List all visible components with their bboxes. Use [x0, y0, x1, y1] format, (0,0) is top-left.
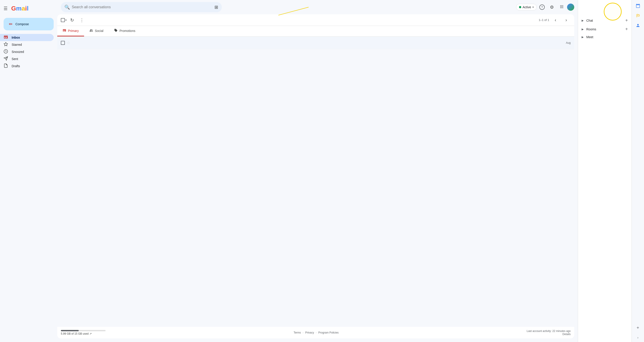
chat-label: Chat	[586, 19, 593, 22]
draft-icon	[4, 63, 8, 69]
tab-promotions-label: Promotions	[120, 29, 135, 33]
separator-1: ·	[303, 331, 304, 334]
details-link[interactable]: Details	[562, 333, 571, 336]
chat-panel-item-chat[interactable]: ▶ Chat +	[578, 16, 632, 25]
star-button[interactable]: ☆	[67, 40, 70, 45]
chat-add-icon[interactable]: +	[625, 18, 628, 23]
promotions-tab-icon	[114, 28, 118, 33]
starred-label: Starred	[12, 43, 22, 46]
rooms-add-icon[interactable]: +	[625, 26, 628, 32]
rooms-label: Rooms	[586, 27, 596, 31]
storage-info: 5.99 GB of 15 GB used ↗	[61, 330, 106, 335]
calendar-button[interactable]	[634, 2, 642, 11]
star-icon	[4, 42, 8, 47]
tab-primary[interactable]: Primary	[57, 26, 84, 36]
activity-text: Last account activity: 22 minutes ago	[526, 330, 571, 333]
snoozed-label: Snoozed	[12, 50, 24, 54]
hamburger-icon: ☰	[4, 6, 8, 11]
sidebar-item-inbox[interactable]: Inbox	[0, 34, 54, 41]
select-chevron-icon[interactable]: ▾	[65, 18, 67, 22]
tab-primary-label: Primary	[68, 29, 79, 33]
privacy-link[interactable]: Privacy	[305, 331, 314, 334]
help-icon: ?	[539, 4, 545, 10]
meet-label: Meet	[586, 35, 593, 39]
tab-social-label: Social	[95, 29, 103, 33]
inbox-tabs: Primary Social Pro	[57, 26, 574, 37]
empty-area	[57, 49, 574, 327]
sidebar: ☰ Gmail ✏ Compose Inbox	[0, 0, 57, 342]
search-icon: 🔍	[64, 4, 70, 10]
terms-link[interactable]: Terms	[294, 331, 301, 334]
active-label: Active	[522, 5, 531, 9]
prev-page-button[interactable]: ‹	[551, 16, 560, 24]
main-content: 🔍 ⊞ Active ▾ ? ⚙	[57, 0, 578, 342]
main-nav: Inbox Starred Snoozed	[0, 34, 57, 70]
chat-panel-item-rooms[interactable]: ▶ Rooms +	[578, 25, 632, 33]
tab-promotions[interactable]: Promotions	[109, 26, 141, 36]
help-button[interactable]: ?	[538, 3, 546, 12]
tasks-button[interactable]	[634, 12, 642, 20]
select-all-area[interactable]: ▾	[61, 18, 67, 22]
add-icon: +	[636, 325, 639, 330]
topbar: 🔍 ⊞ Active ▾ ? ⚙	[57, 0, 578, 14]
avatar[interactable]	[567, 3, 574, 11]
sidebar-item-starred[interactable]: Starred	[0, 41, 54, 48]
settings-button[interactable]: ⚙	[548, 3, 556, 12]
storage-fill	[61, 330, 79, 331]
svg-marker-0	[4, 42, 8, 46]
active-dot	[519, 6, 521, 8]
chat-panel-item-meet[interactable]: ▶ Meet	[578, 33, 632, 41]
expand-panel-button[interactable]: ›	[634, 333, 642, 342]
filter-icon[interactable]: ⊞	[214, 4, 218, 10]
menu-button[interactable]: ☰	[2, 4, 10, 13]
email-checkbox[interactable]	[61, 41, 65, 45]
expand-icon: ›	[637, 336, 638, 339]
search-bar[interactable]: 🔍 ⊞	[61, 2, 222, 12]
chat-expand-icon: ▶	[582, 19, 584, 22]
gmail-logo: Gmail	[11, 5, 28, 12]
footer-links: Terms · Privacy · Program Policies	[294, 331, 338, 334]
refresh-icon: ↻	[70, 17, 74, 23]
sidebar-item-sent[interactable]: Sent	[0, 55, 54, 62]
more-icon: ⋮	[80, 17, 84, 23]
sent-label: Sent	[12, 57, 18, 61]
storage-bar	[61, 330, 106, 331]
compose-button[interactable]: ✏ Compose	[4, 18, 54, 30]
toolbar-left: ▾ ↻ ⋮	[61, 16, 86, 24]
inbox-label: Inbox	[12, 36, 20, 39]
drafts-label: Drafts	[12, 64, 20, 68]
next-page-button[interactable]: ›	[562, 16, 571, 24]
email-toolbar: ▾ ↻ ⋮ 1–1 of 1 ‹ ›	[57, 14, 574, 26]
contacts-button[interactable]	[634, 21, 642, 30]
program-policies-link[interactable]: Program Policies	[318, 331, 339, 334]
active-status-badge[interactable]: Active ▾	[516, 4, 537, 10]
storage-used-label: 5.99 GB of 15 GB used	[61, 332, 88, 335]
table-row[interactable]: ☆ Aug	[57, 37, 574, 49]
footer: 5.99 GB of 15 GB used ↗ Terms · Privacy …	[57, 327, 574, 339]
pagination-text: 1–1 of 1	[539, 18, 549, 22]
add-panel-button[interactable]: +	[634, 323, 642, 332]
footer-activity: Last account activity: 22 minutes ago De…	[526, 330, 571, 336]
email-area: ▾ ↻ ⋮ 1–1 of 1 ‹ ›	[57, 14, 574, 339]
right-panel: + ›	[632, 0, 644, 342]
sidebar-item-snoozed[interactable]: Snoozed	[0, 48, 54, 55]
separator-2: ·	[316, 331, 316, 334]
contacts-icon	[636, 23, 640, 29]
gear-icon: ⚙	[550, 4, 554, 10]
select-all-checkbox[interactable]	[61, 18, 65, 22]
compose-icon: ✏	[9, 21, 13, 27]
storage-text: 5.99 GB of 15 GB used ↗	[61, 332, 106, 335]
social-tab-icon	[90, 28, 93, 33]
tab-social[interactable]: Social	[84, 26, 109, 36]
compose-label: Compose	[16, 22, 29, 26]
topbar-actions: Active ▾ ? ⚙	[516, 3, 574, 12]
search-input[interactable]	[72, 5, 213, 9]
refresh-button[interactable]: ↻	[68, 16, 76, 24]
more-options-button[interactable]: ⋮	[77, 16, 86, 24]
primary-tab-icon	[62, 28, 66, 33]
sidebar-item-drafts[interactable]: Drafts	[0, 62, 54, 70]
open-storage-icon[interactable]: ↗	[90, 332, 92, 335]
send-icon	[4, 56, 8, 62]
apps-button[interactable]	[557, 3, 566, 12]
rooms-expand-icon: ▶	[582, 28, 584, 31]
